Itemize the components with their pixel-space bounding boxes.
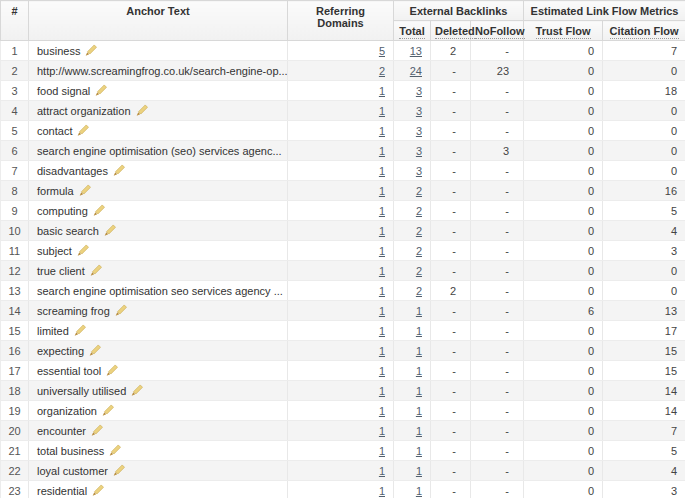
anchor-text-cell: basic search	[29, 221, 288, 241]
total-backlinks-link[interactable]: 2	[416, 225, 422, 237]
referring-domains-link[interactable]: 1	[379, 245, 385, 257]
referring-domains-link[interactable]: 1	[379, 485, 385, 497]
total-backlinks-link[interactable]: 3	[416, 165, 422, 177]
total-backlinks-link[interactable]: 2	[416, 285, 422, 297]
citation-flow-tooltip-label[interactable]: Citation Flow	[610, 25, 679, 39]
trust-flow-tooltip-label[interactable]: Trust Flow	[536, 25, 591, 39]
referring-domains-link[interactable]: 1	[379, 365, 385, 377]
referring-domains-cell: 5	[288, 41, 394, 61]
edit-pencil-icon[interactable]	[92, 484, 104, 497]
nofollow-tooltip-label[interactable]: NoFollow	[475, 25, 525, 39]
deleted-count: -	[431, 401, 471, 421]
column-header-referring-domains: Referring Domains	[288, 1, 394, 41]
edit-pencil-icon[interactable]	[113, 164, 125, 177]
referring-domains-link[interactable]: 1	[379, 445, 385, 457]
citation-flow-value: 4	[603, 221, 685, 241]
referring-domains-link[interactable]: 1	[379, 125, 385, 137]
total-backlinks-link[interactable]: 3	[416, 145, 422, 157]
edit-pencil-icon[interactable]	[115, 304, 127, 317]
deleted-count: -	[431, 241, 471, 261]
referring-domains-link[interactable]: 1	[379, 185, 385, 197]
referring-domains-link[interactable]: 1	[379, 85, 385, 97]
referring-domains-link[interactable]: 1	[379, 145, 385, 157]
trust-flow-value: 0	[524, 241, 603, 261]
total-backlinks-link[interactable]: 3	[416, 105, 422, 117]
referring-domains-link[interactable]: 1	[379, 405, 385, 417]
edit-pencil-icon[interactable]	[77, 124, 89, 137]
total-backlinks-link[interactable]: 1	[416, 325, 422, 337]
total-backlinks-link[interactable]: 3	[416, 125, 422, 137]
table-row: 18 universally utilised 1 1 - - 0 14	[1, 381, 685, 401]
referring-domains-link[interactable]: 5	[379, 45, 385, 57]
referring-domains-link[interactable]: 1	[379, 285, 385, 297]
deleted-tooltip-label[interactable]: Deleted	[435, 25, 475, 39]
total-backlinks-link[interactable]: 13	[410, 45, 422, 57]
edit-pencil-icon[interactable]	[104, 224, 116, 237]
referring-domains-link[interactable]: 1	[379, 205, 385, 217]
referring-domains-link[interactable]: 1	[379, 265, 385, 277]
table-row: 3 food signal 1 3 - - 0 18	[1, 81, 685, 101]
total-backlinks-link[interactable]: 24	[410, 65, 422, 77]
total-backlinks-link[interactable]: 1	[416, 305, 422, 317]
total-backlinks-link[interactable]: 1	[416, 345, 422, 357]
table-row: 20 encounter 1 1 - - 0 7	[1, 421, 685, 441]
deleted-count: 2	[431, 281, 471, 301]
total-backlinks-link[interactable]: 2	[416, 245, 422, 257]
edit-pencil-icon[interactable]	[89, 344, 101, 357]
nofollow-count: 23	[471, 61, 524, 81]
total-backlinks-link[interactable]: 2	[416, 205, 422, 217]
citation-flow-value: 3	[603, 241, 685, 261]
deleted-count: -	[431, 101, 471, 121]
referring-domains-link[interactable]: 1	[379, 465, 385, 477]
total-backlinks-link[interactable]: 1	[416, 425, 422, 437]
edit-pencil-icon[interactable]	[90, 264, 102, 277]
total-backlinks-link[interactable]: 1	[416, 405, 422, 417]
edit-pencil-icon[interactable]	[85, 44, 97, 57]
edit-pencil-icon[interactable]	[79, 184, 91, 197]
total-backlinks-link[interactable]: 1	[416, 485, 422, 497]
total-backlinks-link[interactable]: 2	[416, 185, 422, 197]
citation-flow-value: 17	[603, 321, 685, 341]
edit-pencil-icon[interactable]	[113, 464, 125, 477]
edit-pencil-icon[interactable]	[91, 424, 103, 437]
total-backlinks-cell: 1	[394, 421, 431, 441]
referring-domains-cell: 1	[288, 481, 394, 498]
referring-domains-link[interactable]: 1	[379, 165, 385, 177]
citation-flow-value: 0	[603, 261, 685, 281]
referring-domains-link[interactable]: 2	[379, 65, 385, 77]
edit-pencil-icon[interactable]	[95, 84, 107, 97]
total-backlinks-link[interactable]: 1	[416, 445, 422, 457]
referring-domains-link[interactable]: 1	[379, 305, 385, 317]
referring-domains-link[interactable]: 1	[379, 325, 385, 337]
edit-pencil-icon[interactable]	[136, 104, 148, 117]
edit-pencil-icon[interactable]	[74, 324, 86, 337]
total-backlinks-link[interactable]: 3	[416, 85, 422, 97]
anchor-text-cell: attract organization	[29, 101, 288, 121]
referring-domains-link[interactable]: 1	[379, 425, 385, 437]
edit-pencil-icon[interactable]	[93, 204, 105, 217]
total-backlinks-cell: 3	[394, 101, 431, 121]
referring-domains-link[interactable]: 1	[379, 345, 385, 357]
trust-flow-value: 0	[524, 361, 603, 381]
edit-pencil-icon[interactable]	[106, 364, 118, 377]
citation-flow-value: 14	[603, 381, 685, 401]
referring-domains-link[interactable]: 1	[379, 385, 385, 397]
total-backlinks-link[interactable]: 1	[416, 465, 422, 477]
referring-domains-link[interactable]: 1	[379, 105, 385, 117]
edit-pencil-icon[interactable]	[102, 404, 114, 417]
row-number: 13	[1, 281, 29, 301]
referring-domains-cell: 1	[288, 461, 394, 481]
table-row: 17 essential tool 1 1 - - 0 15	[1, 361, 685, 381]
edit-pencil-icon[interactable]	[131, 384, 143, 397]
anchor-text: computing	[37, 205, 88, 217]
total-tooltip-label[interactable]: Total	[399, 25, 424, 39]
edit-pencil-icon[interactable]	[77, 244, 89, 257]
row-number: 4	[1, 101, 29, 121]
edit-pencil-icon[interactable]	[109, 444, 121, 457]
total-backlinks-link[interactable]: 1	[416, 365, 422, 377]
citation-flow-value: 7	[603, 41, 685, 61]
total-backlinks-link[interactable]: 2	[416, 265, 422, 277]
total-backlinks-link[interactable]: 1	[416, 385, 422, 397]
referring-domains-link[interactable]: 1	[379, 225, 385, 237]
trust-flow-value: 0	[524, 101, 603, 121]
